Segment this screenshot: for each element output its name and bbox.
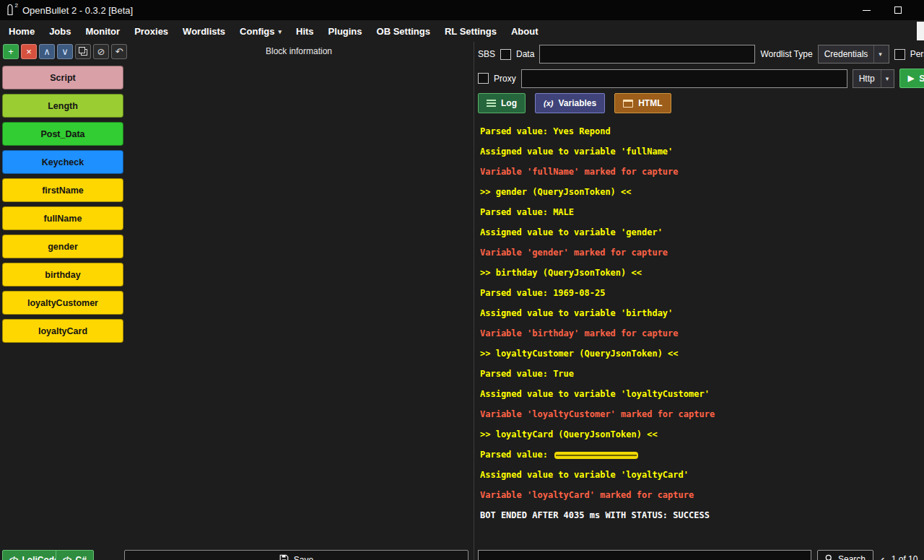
log-bottom-bar: Search ‹ 1 of 10 › [478,550,924,560]
log-search-input[interactable] [478,550,811,560]
disable-block-button[interactable]: ⊘ [93,44,109,59]
block-item-post_data[interactable]: Post_Data [2,122,123,146]
browser-icon [623,100,633,108]
log-line: >> loyaltyCard (QueryJsonToken) << [480,424,921,445]
menu-item-wordlists[interactable]: Wordlists [175,20,232,42]
menu-item-ob-settings[interactable]: OB Settings [370,20,437,42]
variables-icon: (x) [544,99,553,108]
maximize-icon [894,6,902,14]
chevron-down-icon: ▾ [881,70,894,87]
persist-label: Persist [910,49,924,59]
app-logo-2: 2 [15,2,18,9]
code-icon: </> [63,556,71,560]
move-block-up-button[interactable]: ∧ [39,44,55,59]
block-stack: ScriptLengthPost_DataKeycheckfirstNamefu… [2,66,123,347]
block-item-loyaltycustomer[interactable]: loyaltyCustomer [2,291,123,315]
menu-item-jobs[interactable]: Jobs [42,20,78,42]
start-button[interactable]: ▶ Start [899,69,924,88]
menu-item-label: Configs [240,26,274,37]
block-information-header: Block information [124,46,474,56]
proxy-type-select[interactable]: Http ▾ [853,69,894,88]
sbs-label: SBS [478,49,495,59]
wordlist-type-select[interactable]: Credentials ▾ [818,45,889,64]
persist-checkbox[interactable] [894,49,905,60]
search-button[interactable]: Search [817,550,873,560]
block-item-firstname[interactable]: firstName [2,178,123,202]
sbs-checkbox[interactable] [500,49,511,60]
chevron-up-icon: ∧ [43,47,51,56]
menu-item-monitor[interactable]: Monitor [78,20,127,42]
wordlist-type-value: Credentials [824,49,868,59]
menu-item-plugins[interactable]: Plugins [321,20,370,42]
add-block-button[interactable]: + [3,44,19,59]
scrollbar-thumb[interactable] [917,22,924,40]
block-item-script[interactable]: Script [2,66,123,89]
wordlist-type-label: Wordlist Type [760,49,812,59]
title-bar: 2 OpenBullet 2 - 0.3.2 [Beta] [0,0,924,20]
block-item-gender[interactable]: gender [2,235,123,258]
stacker-panel: +×∧∨⊘↶ Block information ScriptLengthPos… [0,42,474,560]
minimize-icon [863,10,871,11]
undo-arrow-icon: ↶ [116,47,123,56]
save-button[interactable]: Save [124,550,468,560]
clone-block-button[interactable] [75,44,91,59]
view-tab-html[interactable]: HTML [614,93,671,113]
menu-item-label: Monitor [85,26,120,37]
csharp-button[interactable]: </> C# [56,550,94,560]
log-line: Parsed value: Yves Repond [480,121,921,141]
menu-item-proxies[interactable]: Proxies [127,20,175,42]
menu-item-home[interactable]: Home [1,20,42,42]
view-tab-log[interactable]: Log [478,93,526,113]
chevron-down-icon: ▾ [279,27,282,35]
proxy-type-value: Http [859,74,875,84]
menu-item-rl-settings[interactable]: RL Settings [437,20,504,42]
menu-item-label: Hits [296,26,314,37]
log-line: Variable 'gender' marked for capture [480,242,921,263]
data-input[interactable] [539,45,755,64]
view-tab-label: HTML [638,98,662,108]
log-line: BOT ENDED AFTER 4035 ms WITH STATUS: SUC… [480,505,921,525]
data-label: Data [516,49,534,59]
chevron-down-icon: ▾ [873,45,886,63]
log-line: Assigned value to variable 'gender' [480,222,921,242]
view-tab-label: Variables [558,98,596,108]
lolicode-label: LoliCode [22,555,58,560]
menu-item-label: RL Settings [445,26,497,37]
log-line: Variable 'loyaltyCustomer' marked for ca… [480,404,921,424]
move-block-down-button[interactable]: ∨ [57,44,73,59]
save-icon [279,554,289,560]
search-icon [825,554,834,560]
debugger-data-row: SBS Data Wordlist Type Credentials ▾ Per… [478,45,924,64]
pagination-label: 1 of 10 [892,554,918,560]
block-item-keycheck[interactable]: Keycheck [2,150,123,174]
menu-bar: HomeJobsMonitorProxiesWordlistsConfigs▾H… [0,20,924,42]
menu-item-label: About [511,26,539,37]
window-controls [850,0,914,20]
menu-item-hits[interactable]: Hits [289,20,321,42]
menu-item-about[interactable]: About [504,20,546,42]
minimize-button[interactable] [850,0,882,20]
block-item-loyaltycard[interactable]: loyaltyCard [2,319,123,343]
menu-item-configs[interactable]: Configs▾ [232,20,289,42]
menu-item-label: OB Settings [377,26,430,37]
menu-item-label: Proxies [134,26,168,37]
maximize-button[interactable] [882,0,914,20]
delete-block-button[interactable]: × [21,44,37,59]
panel-divider [474,42,474,560]
cross-icon: × [26,47,32,56]
view-tab-label: Log [501,98,517,108]
chevron-left-icon[interactable]: ‹ [879,552,886,560]
proxy-label: Proxy [494,74,516,84]
bottom-left-bar: </> LoliCode </> C# Save [0,550,474,560]
log-line: Assigned value to variable 'fullName' [480,141,921,162]
block-item-length[interactable]: Length [2,94,123,118]
view-tab-variables[interactable]: (x)Variables [535,93,605,113]
log-line: Variable 'loyaltyCard' marked for captur… [480,485,921,505]
log-line: Variable 'fullName' marked for capture [480,162,921,182]
block-item-birthday[interactable]: birthday [2,263,123,286]
block-item-fullname[interactable]: fullName [2,206,123,230]
proxy-checkbox[interactable] [478,73,489,84]
log-line: Assigned value to variable 'birthday' [480,303,921,323]
window-title: OpenBullet 2 - 0.3.2 [Beta] [22,5,133,16]
proxy-input[interactable] [521,69,847,88]
